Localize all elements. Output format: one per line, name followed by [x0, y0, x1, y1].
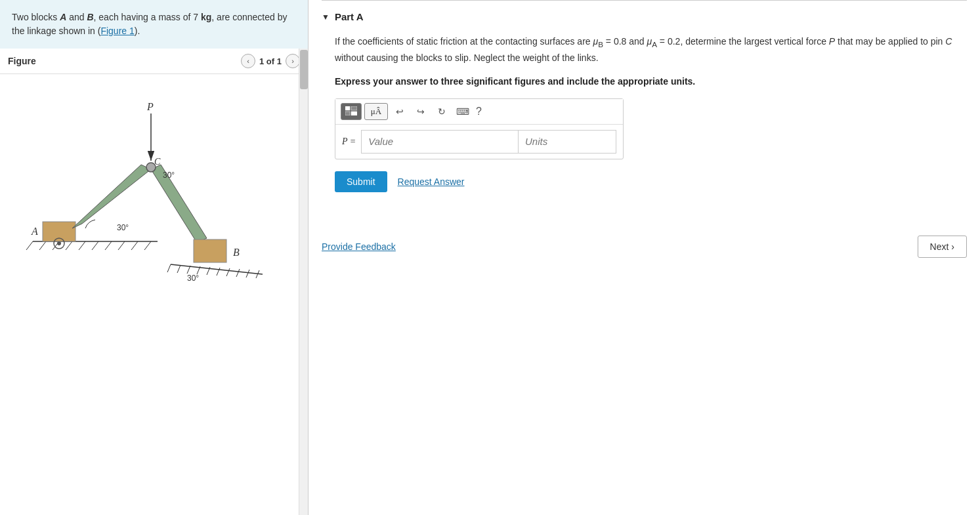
svg-text:P: P	[146, 101, 154, 112]
svg-line-10	[144, 241, 151, 250]
figure-svg: A C P	[13, 81, 276, 291]
figure-link[interactable]: Figure 1	[100, 26, 134, 36]
part-label: Part A	[335, 11, 364, 22]
next-label: Next	[930, 241, 949, 252]
scrollbar-thumb	[300, 50, 308, 89]
part-section: ▼ Part A If the coefficients of static f…	[322, 1, 967, 216]
svg-text:30°: 30°	[117, 223, 129, 232]
svg-text:A: A	[31, 226, 38, 237]
problem-text: Two blocks A and B, each having a mass o…	[12, 12, 288, 36]
svg-line-5	[79, 241, 85, 250]
svg-line-26	[171, 264, 263, 274]
svg-line-1	[26, 241, 33, 250]
provide-feedback-button[interactable]: Provide Feedback	[322, 241, 396, 252]
svg-marker-16	[151, 165, 207, 243]
block-b: B	[87, 12, 93, 22]
svg-point-13	[57, 241, 61, 245]
svg-line-28	[177, 265, 181, 273]
p-equals-label: P =	[342, 136, 356, 147]
svg-line-4	[66, 241, 72, 250]
part-content: If the coefficients of static friction a…	[322, 34, 967, 192]
svg-rect-39	[351, 106, 357, 110]
layout-icon	[345, 106, 357, 117]
chevron-down-icon[interactable]: ▼	[322, 12, 330, 22]
figure-canvas: A C P	[0, 74, 308, 297]
problem-statement: Two blocks A and B, each having a mass o…	[0, 0, 308, 49]
svg-line-35	[246, 270, 249, 278]
units-input[interactable]	[518, 130, 616, 154]
answer-toolbar: μÂ ↩ ↪ ↻ ⌨ ?	[335, 99, 623, 125]
svg-line-34	[236, 269, 240, 277]
block-a: A	[60, 12, 66, 22]
svg-line-33	[226, 268, 230, 276]
svg-rect-24	[194, 239, 226, 262]
figure-nav: ‹ 1 of 1 ›	[241, 54, 300, 68]
redo-button[interactable]: ↪	[412, 103, 430, 120]
undo-button[interactable]: ↩	[391, 103, 409, 120]
figure-nav-count: 1 of 1	[259, 56, 282, 66]
svg-line-29	[187, 266, 190, 274]
submit-button[interactable]: Submit	[335, 171, 387, 192]
problem-description: If the coefficients of static friction a…	[335, 34, 967, 66]
buttons-row: Submit Request Answer	[335, 171, 967, 192]
svg-rect-38	[345, 106, 350, 110]
mass-value: kg	[201, 12, 211, 22]
svg-line-9	[131, 241, 138, 250]
svg-rect-40	[345, 112, 350, 115]
svg-marker-15	[72, 165, 151, 228]
svg-line-6	[92, 241, 98, 250]
svg-line-8	[118, 241, 125, 250]
request-answer-button[interactable]: Request Answer	[398, 176, 465, 187]
redo-icon: ↪	[417, 106, 425, 117]
svg-line-7	[105, 241, 112, 250]
figure-prev-button[interactable]: ‹	[241, 54, 255, 68]
next-chevron-icon: ›	[951, 241, 954, 252]
svg-line-32	[217, 268, 220, 276]
svg-text:B: B	[233, 247, 240, 258]
mu-icon: μÂ	[371, 106, 381, 117]
figure-section: Figure ‹ 1 of 1 ›	[0, 49, 308, 515]
layout-button[interactable]	[341, 103, 362, 120]
svg-rect-41	[351, 112, 357, 115]
refresh-icon: ↻	[438, 106, 446, 117]
refresh-button[interactable]: ↻	[433, 103, 451, 120]
svg-text:30°: 30°	[163, 171, 175, 180]
svg-text:30°: 30°	[187, 274, 199, 283]
svg-line-2	[39, 241, 46, 250]
part-header: ▼ Part A	[322, 11, 967, 22]
left-panel: Two blocks A and B, each having a mass o…	[0, 0, 309, 515]
instruction-text: Express your answer to three significant…	[335, 76, 967, 87]
undo-icon: ↩	[396, 106, 404, 117]
figure-header: Figure ‹ 1 of 1 ›	[0, 49, 308, 74]
feedback-next-row: Provide Feedback Next ›	[322, 236, 967, 258]
value-input[interactable]	[361, 130, 518, 154]
svg-line-27	[167, 264, 171, 272]
svg-text:C: C	[154, 157, 161, 167]
keyboard-icon: ⌨	[456, 106, 469, 117]
keyboard-button[interactable]: ⌨	[454, 103, 472, 120]
scrollbar[interactable]	[299, 49, 308, 515]
next-button[interactable]: Next ›	[918, 236, 967, 258]
mu-button[interactable]: μÂ	[364, 103, 388, 120]
right-panel: ▼ Part A If the coefficients of static f…	[309, 0, 980, 515]
help-button[interactable]: ?	[476, 106, 482, 117]
figure-label: Figure	[8, 56, 36, 66]
answer-input-row: P =	[335, 125, 623, 159]
answer-box: μÂ ↩ ↪ ↻ ⌨ ? P	[335, 98, 624, 159]
figure-next-button[interactable]: ›	[286, 54, 300, 68]
